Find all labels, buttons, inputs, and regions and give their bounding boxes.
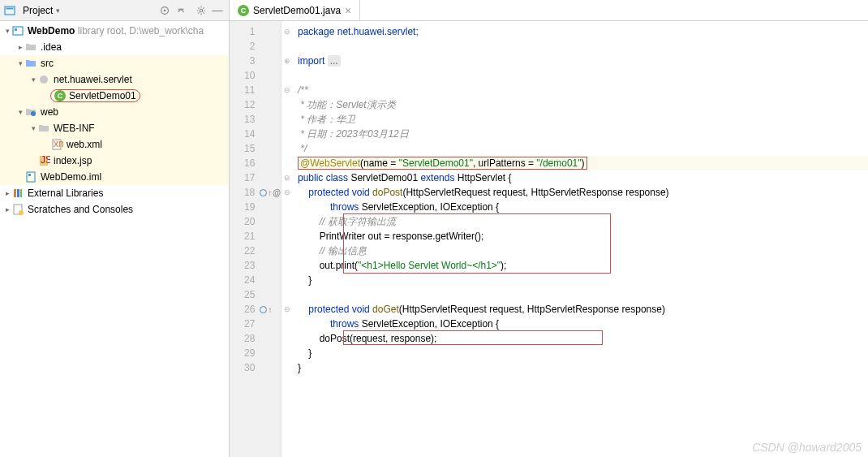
node-label: src [41,58,54,69]
code-token: "/demo01" [536,157,581,169]
code-token: out.print( [298,260,358,271]
code-token: import [298,55,328,67]
node-label: WebDemo [28,25,75,37]
node-label: net.huawei.servlet [54,74,132,85]
svg-rect-6 [15,28,17,31]
code-line: /** [298,84,308,96]
project-dropdown[interactable]: Project ▾ [3,4,60,17]
code-line: // 输出信息 [298,244,367,258]
tree-node-webinf[interactable]: ▾ WEB-INF [0,120,229,136]
node-label: web [41,106,58,118]
tree-node-root[interactable]: ▾ WebDemo library root, D:\web_work\cha [0,23,229,39]
svg-text:xml: xml [54,138,63,149]
folder-icon [24,41,37,54]
svg-rect-15 [14,189,16,197]
svg-rect-13 [27,172,35,182]
svg-point-8 [31,111,36,116]
expand-icon[interactable]: ▾ [3,27,11,35]
project-tool-header: Project ▾ — [0,0,230,20]
expand-all-icon[interactable] [173,2,189,19]
java-class-icon: C [238,5,249,16]
watermark: CSDN @howard2005 [752,441,862,454]
expand-icon[interactable]: ▸ [3,189,11,197]
node-label: web.xml [67,139,102,150]
code-editor[interactable]: 123101112131415161718↑@1920212223242526↑… [230,21,868,457]
code-area[interactable]: package net.huawei.servlet; import ... /… [293,21,868,457]
expand-icon[interactable]: ▸ [16,43,24,51]
project-tree[interactable]: ▾ WebDemo library root, D:\web_work\cha … [0,21,230,457]
jsp-file-icon: JSP [37,154,50,167]
svg-text:JSP: JSP [41,154,50,166]
code-line: // 获取字符输出流 [298,215,396,229]
code-line: doPost(request, response); [298,333,436,344]
code-token: "<h1>Hello Servlet World~</h1>" [358,260,501,271]
node-label: Scratches and Consoles [28,204,133,215]
tree-node-webxml[interactable]: ▸ xml web.xml [0,136,229,153]
tree-node-web[interactable]: ▾ web [0,104,229,120]
tree-node-package[interactable]: ▾ net.huawei.servlet [0,71,229,88]
code-token: protected void [298,304,372,315]
expand-icon[interactable]: ▾ [29,75,37,84]
folder-icon [37,122,50,135]
project-label: Project [23,5,53,16]
annotation-highlight: @WebServlet(name = "ServletDemo01", urlP… [298,157,587,170]
project-icon [3,4,16,17]
folded-code[interactable]: ... [328,55,341,67]
expand-icon[interactable]: ▾ [16,59,24,67]
tree-node-scratches[interactable]: ▸ Scratches and Consoles [0,201,229,218]
package-icon [37,73,50,86]
source-folder-icon [24,57,37,70]
code-token: (name = [360,157,399,169]
code-token: doPost [372,187,402,198]
tree-node-idea[interactable]: ▸ .idea [0,39,229,55]
tab-servletdemo01[interactable]: C ServletDemo01.java × [230,0,360,20]
svg-rect-17 [20,189,22,197]
code-token: doGet [372,304,399,315]
code-token: (HttpServletRequest request, HttpServlet… [402,187,668,198]
tree-node-iml[interactable]: ▸ WebDemo.iml [0,169,229,185]
java-class-icon: C [54,90,66,101]
code-line: } [298,274,312,286]
xml-file-icon: xml [50,138,63,151]
select-opened-file-icon[interactable] [157,2,173,19]
highlighted-node: C ServletDemo01 [50,89,140,102]
node-label: .idea [41,41,62,53]
libraries-icon [11,187,24,200]
close-icon[interactable]: × [345,4,351,17]
expand-icon[interactable]: ▸ [3,205,11,213]
svg-point-4 [200,9,203,12]
code-line: * 作者：华卫 [298,113,355,127]
tree-node-extlib[interactable]: ▸ External Libraries [0,185,229,201]
chevron-down-icon: ▾ [56,6,60,15]
node-label: ServletDemo01 [69,90,136,101]
main-area: ▾ WebDemo library root, D:\web_work\cha … [0,21,868,457]
gutter: 123101112131415161718↑@1920212223242526↑… [230,21,281,457]
node-label: index.jsp [54,155,92,166]
code-token: HttpServlet { [458,172,512,183]
svg-rect-5 [13,27,23,35]
code-token: (HttpServletRequest request, HttpServlet… [399,304,665,315]
tree-node-indexjsp[interactable]: ▸ JSP index.jsp [0,153,229,169]
tree-node-src[interactable]: ▾ src [0,55,229,71]
code-line: package net.huawei.servlet; [298,26,419,37]
code-token: ) [582,157,585,169]
code-token: "ServletDemo01" [399,157,473,169]
node-label: External Libraries [28,188,103,199]
code-token: ServletException, IOException { [362,318,499,330]
code-line: } [298,362,301,373]
expand-icon[interactable]: ▾ [16,108,24,116]
code-line: * 功能：Servlet演示类 [298,98,396,112]
code-token: ServletException, IOException { [362,201,499,213]
tree-node-class[interactable]: ▸ C ServletDemo01 [0,88,229,104]
svg-rect-14 [28,174,31,176]
settings-gear-icon[interactable] [193,2,209,19]
expand-icon[interactable]: ▾ [29,124,37,132]
title-bar: Project ▾ — C ServletDemo01.java × [0,0,868,21]
fold-column: ⊖⊕⊖⊖⊖⊖ [281,21,293,457]
hide-icon[interactable]: — [209,2,226,19]
module-icon [11,24,24,37]
tab-label: ServletDemo01.java [253,5,341,16]
node-hint: library root, D:\web_work\cha [78,25,204,37]
code-line: */ [298,143,307,154]
svg-rect-1 [6,7,14,9]
